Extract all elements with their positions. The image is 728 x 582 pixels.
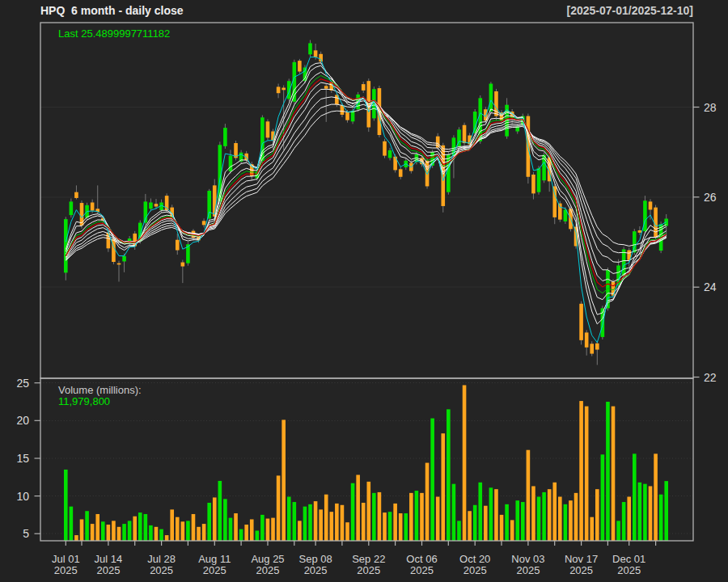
svg-text:HPQ 6 month - daily close: HPQ 6 month - daily close	[40, 4, 184, 17]
svg-text:15: 15	[16, 452, 29, 465]
svg-text:Last 25.4899997711182: Last 25.4899997711182	[58, 27, 170, 40]
svg-text:2025: 2025	[516, 564, 540, 576]
svg-text:2025: 2025	[617, 564, 641, 576]
svg-text:Nov 17: Nov 17	[565, 553, 598, 565]
svg-text:2025: 2025	[410, 564, 434, 576]
svg-text:24: 24	[704, 280, 717, 293]
svg-text:22: 22	[704, 371, 717, 384]
svg-text:2025: 2025	[463, 564, 487, 576]
svg-text:2025: 2025	[150, 564, 173, 576]
svg-text:10: 10	[16, 490, 29, 503]
svg-text:2025: 2025	[304, 564, 328, 576]
svg-text:[2025-07-01/2025-12-10]: [2025-07-01/2025-12-10]	[567, 4, 693, 17]
svg-text:Nov 03: Nov 03	[511, 553, 544, 565]
svg-text:Sep 22: Sep 22	[352, 553, 385, 565]
svg-text:Sep 08: Sep 08	[298, 553, 332, 565]
svg-text:2025: 2025	[96, 564, 120, 576]
svg-text:28: 28	[704, 101, 717, 114]
svg-text:Jul 01: Jul 01	[52, 553, 80, 565]
svg-text:Volume (millions):: Volume (millions):	[58, 384, 142, 396]
svg-text:25: 25	[16, 377, 29, 390]
svg-text:2025: 2025	[569, 564, 593, 576]
svg-text:2025: 2025	[203, 564, 226, 576]
svg-text:2025: 2025	[54, 564, 78, 576]
svg-text:Aug 25: Aug 25	[251, 553, 284, 565]
svg-text:5: 5	[23, 527, 29, 540]
svg-text:20: 20	[16, 414, 29, 427]
svg-text:2025: 2025	[357, 564, 380, 576]
svg-text:Jul 28: Jul 28	[147, 553, 176, 565]
svg-text:Oct 06: Oct 06	[406, 553, 437, 565]
svg-text:2025: 2025	[256, 564, 280, 576]
svg-text:11,979,800: 11,979,800	[58, 395, 110, 407]
svg-text:Aug 11: Aug 11	[198, 553, 231, 565]
svg-text:Dec 01: Dec 01	[612, 553, 645, 565]
svg-text:Oct 20: Oct 20	[459, 553, 490, 565]
svg-text:26: 26	[704, 191, 717, 204]
svg-text:Jul 14: Jul 14	[95, 553, 123, 565]
